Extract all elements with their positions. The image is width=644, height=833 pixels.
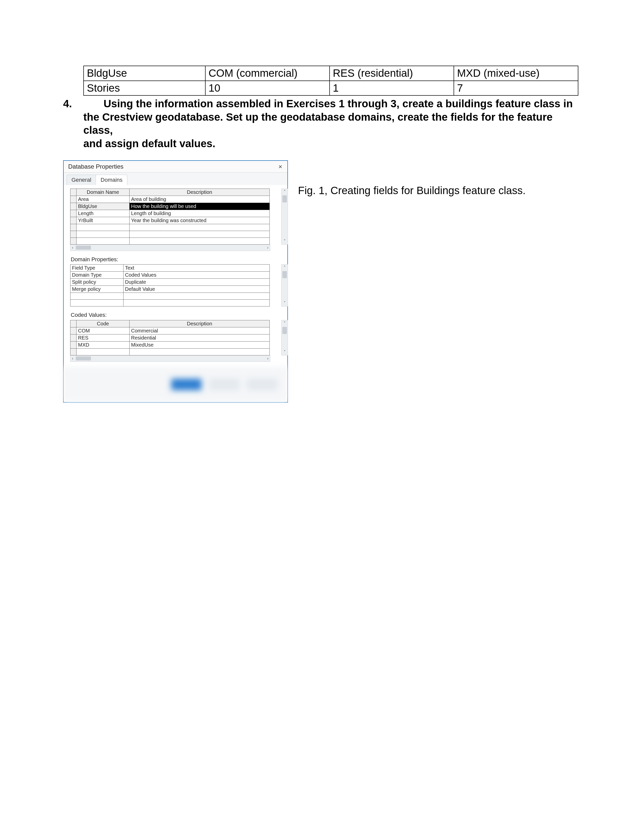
property-value[interactable]: Default Value [124,286,270,293]
dialog-action-row [64,367,287,402]
scroll-up-icon[interactable]: ˄ [283,320,286,326]
property-row[interactable]: Split policy Duplicate [71,279,270,286]
domain-desc-cell[interactable]: Length of building [130,210,270,217]
domain-grid-wrap: Domain Name Description Area Area of bui… [70,188,281,244]
cell: Stories [84,81,205,96]
coded-values-header-desc: Description [130,320,270,327]
question-number: 4. [63,97,83,150]
domain-desc-cell[interactable]: How the building will be used [130,203,270,210]
domain-grid-row[interactable]: BldgUse How the building will be used [71,203,270,210]
domain-grid-row[interactable]: Length Length of building [71,210,270,217]
domain-desc-cell[interactable]: Area of building [130,196,270,203]
dialog-titlebar[interactable]: Database Properties × [64,161,287,173]
cell: RES (residential) [330,66,454,81]
coded-values-header-code: Code [77,320,130,327]
vertical-scrollbar[interactable]: ˄ ˅ [281,320,288,355]
scroll-down-icon[interactable]: ˅ [283,300,286,306]
domain-grid-row[interactable] [71,231,270,238]
domain-grid[interactable]: Domain Name Description Area Area of bui… [70,188,270,244]
coded-value-row[interactable]: COM Commercial [71,327,270,334]
cell: 7 [454,81,578,96]
property-key: Domain Type [71,272,124,279]
grid-corner [71,188,77,196]
desc-cell[interactable]: MixedUse [130,341,270,348]
grid-corner [71,320,77,327]
domain-name-cell[interactable]: BldgUse [77,203,130,210]
desc-cell[interactable]: Commercial [130,327,270,334]
scroll-left-icon[interactable]: ‹ [71,356,75,361]
domain-grid-row[interactable]: YrBuilt Year the building was constructe… [71,217,270,224]
domain-name-cell[interactable]: YrBuilt [77,217,130,224]
domain-grid-row[interactable]: Area Area of building [71,196,270,203]
scroll-left-icon[interactable]: ‹ [71,245,75,250]
scroll-thumb[interactable] [282,271,287,278]
table-row: Stories 10 1 7 [84,81,578,96]
scroll-thumb[interactable] [76,246,91,250]
question-line: Using the information assembled in Exerc… [103,98,573,109]
figure-caption: Fig. 1, Creating fields for Buildings fe… [298,160,526,198]
property-row[interactable]: Merge policy Default Value [71,286,270,293]
question-text: Using the information assembled in Exerc… [83,97,581,150]
coded-value-row[interactable] [71,348,270,355]
domain-properties-label: Domain Properties: [71,256,281,263]
vertical-scrollbar[interactable]: ˄ ˅ [281,264,288,306]
property-row[interactable]: Domain Type Coded Values [71,272,270,279]
domain-grid-header-desc: Description [130,188,270,196]
domain-properties-grid[interactable]: Field Type Text Domain Type Coded Values… [70,264,270,306]
domain-desc-cell[interactable]: Year the building was constructed [130,217,270,224]
question-4: 4. Using the information assembled in Ex… [63,97,581,150]
tab-general[interactable]: General [67,175,96,185]
scroll-thumb[interactable] [76,356,91,360]
tab-strip: General Domains [64,173,287,185]
property-key: Merge policy [71,286,124,293]
horizontal-scrollbar[interactable]: ‹ › [70,244,270,251]
cancel-button[interactable] [209,379,240,390]
coded-value-row[interactable]: MXD MixedUse [71,341,270,348]
domain-name-cell[interactable]: Area [77,196,130,203]
ok-button[interactable] [171,379,201,390]
property-row[interactable] [71,300,270,306]
code-cell[interactable]: COM [77,327,130,334]
apply-button[interactable] [247,379,277,390]
dialog-title: Database Properties [68,163,124,170]
question-line: the Crestview geodatabase. Set up the ge… [83,111,581,137]
cell: MXD (mixed-use) [454,66,578,81]
cell: 1 [330,81,454,96]
code-cell[interactable]: MXD [77,341,130,348]
horizontal-scrollbar[interactable]: ‹ › [70,355,270,362]
property-value[interactable]: Duplicate [124,279,270,286]
domain-name-cell[interactable]: Length [77,210,130,217]
domain-grid-row[interactable] [71,224,270,231]
code-cell[interactable]: RES [77,334,130,341]
scroll-down-icon[interactable]: ˅ [283,238,286,244]
domain-grid-header-name: Domain Name [77,188,130,196]
scroll-thumb[interactable] [282,327,287,334]
property-value[interactable]: Coded Values [124,272,270,279]
scroll-right-icon[interactable]: › [266,356,270,361]
property-key: Split policy [71,279,124,286]
property-row[interactable] [71,293,270,300]
database-properties-dialog: Database Properties × General Domains Do… [63,160,288,403]
scroll-up-icon[interactable]: ˄ [283,265,286,270]
close-icon[interactable]: × [275,162,285,171]
attribute-examples-table: BldgUse COM (commercial) RES (residentia… [83,66,578,96]
scroll-up-icon[interactable]: ˄ [283,189,286,195]
cell: 10 [205,81,330,96]
property-key: Field Type [71,265,124,272]
coded-values-grid[interactable]: Code Description COM Commercial RES Resi… [70,320,270,355]
tab-domains[interactable]: Domains [96,175,127,185]
domain-grid-row[interactable] [71,238,270,244]
property-row[interactable]: Field Type Text [71,265,270,272]
question-line: and assign default values. [83,137,581,150]
cell: BldgUse [84,66,205,81]
cell: COM (commercial) [205,66,330,81]
scroll-down-icon[interactable]: ˅ [283,349,286,355]
desc-cell[interactable]: Residential [130,334,270,341]
coded-value-row[interactable]: RES Residential [71,334,270,341]
property-value[interactable]: Text [124,265,270,272]
table-row: BldgUse COM (commercial) RES (residentia… [84,66,578,81]
vertical-scrollbar[interactable]: ˄ ˅ [281,188,288,244]
scroll-thumb[interactable] [282,195,287,203]
coded-values-label: Coded Values: [71,312,281,318]
scroll-right-icon[interactable]: › [266,245,270,250]
